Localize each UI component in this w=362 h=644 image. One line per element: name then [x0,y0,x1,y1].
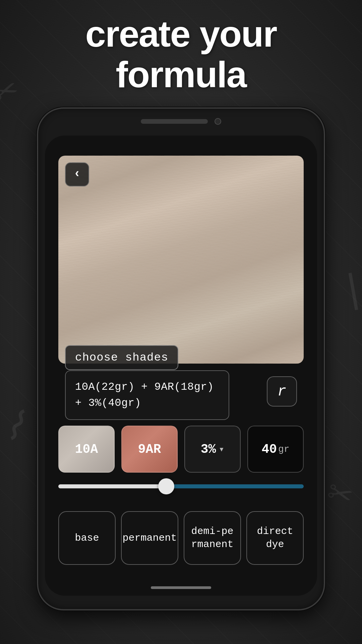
back-chevron-icon: ‹ [73,168,81,180]
choose-shades-label: choose shades [75,351,168,364]
slider-area [58,484,304,488]
phone-notch [141,119,208,124]
phone-camera [215,118,221,125]
category-row: base permanent demi-permanent directdye [58,511,304,565]
formula-box: 10A(22gr) + 9AR(18gr) + 3%(40gr) [65,370,229,420]
swatch-3pct-label: 3% [201,442,216,457]
slider-thumb[interactable] [158,478,174,494]
hair-preview-image [58,156,304,364]
swatch-10a[interactable]: 10A [58,426,115,473]
phone-frame: ‹ choose shades 10A(22gr) + 9AR(18gr) + … [37,107,325,610]
category-base-label: base [75,532,99,545]
category-permanent-label: permanent [122,532,177,545]
formula-text: 10A(22gr) + 9AR(18gr) + 3%(40gr) [75,381,214,409]
swatches-row: 10A 9AR 3% ▾ 40 gr [58,426,304,473]
category-base-button[interactable]: base [58,511,116,565]
phone-top-bar [141,118,221,125]
category-demi-permanent-button[interactable]: demi-permanent [184,511,241,565]
swatch-9ar[interactable]: 9AR [121,426,178,473]
phone-screen: ‹ choose shades 10A(22gr) + 9AR(18gr) + … [45,136,317,596]
slider-track[interactable] [58,484,304,488]
swatch-40gr[interactable]: 40 gr [247,426,304,473]
back-button[interactable]: ‹ [65,162,89,186]
swatch-40-unit: gr [278,444,290,454]
swatch-40-label: 40 [261,442,277,457]
category-direct-dye-button[interactable]: directdye [246,511,304,565]
category-permanent-button[interactable]: permanent [121,511,178,565]
category-direct-dye-label: directdye [257,525,293,551]
home-indicator [151,586,211,589]
choose-shades-button[interactable]: choose shades [65,345,178,370]
page-title: create your formula [0,13,362,95]
swatch-9ar-label: 9AR [138,442,161,457]
r-badge[interactable]: r [267,376,297,407]
title-area: create your formula [0,0,362,95]
swatch-3pct[interactable]: 3% ▾ [184,426,241,473]
category-demi-permanent-label: demi-permanent [191,525,233,551]
dropdown-arrow-icon: ▾ [219,443,224,455]
swatch-10a-label: 10A [75,442,98,457]
r-badge-label: r [278,383,286,400]
